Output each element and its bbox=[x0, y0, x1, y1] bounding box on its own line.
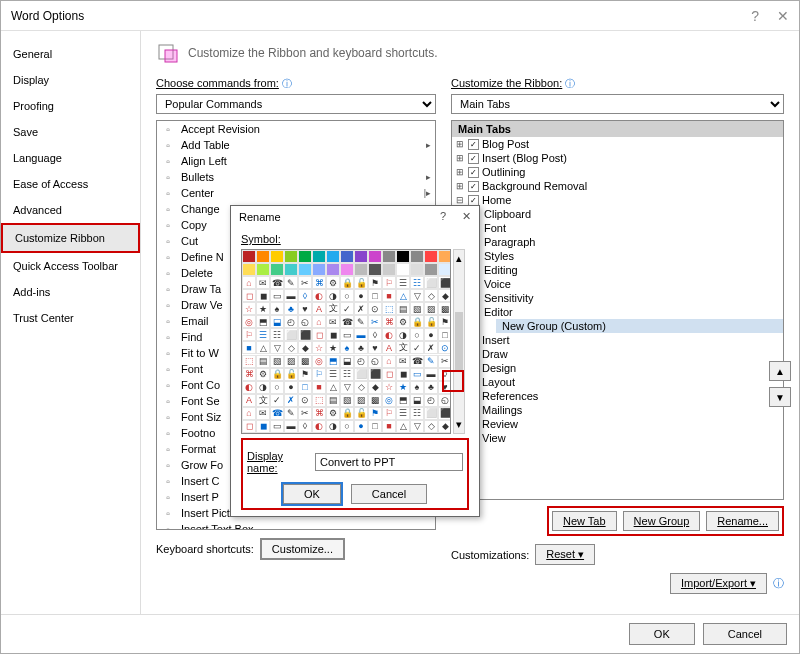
command-item[interactable]: ▫Bullets▸ bbox=[157, 169, 435, 185]
tab-layout[interactable]: ⊞Layout bbox=[452, 375, 783, 389]
symbol-cell[interactable]: ▨ bbox=[354, 394, 368, 407]
symbol-cell[interactable]: ◆ bbox=[438, 420, 451, 433]
display-name-input[interactable] bbox=[315, 453, 463, 471]
symbol-cell[interactable]: ● bbox=[354, 289, 368, 302]
tab-references[interactable]: ⊞References bbox=[452, 389, 783, 403]
symbol-cell[interactable]: ○ bbox=[340, 420, 354, 433]
symbol-cell[interactable]: ⌘ bbox=[242, 368, 256, 381]
symbol-cell[interactable]: ♣ bbox=[424, 381, 438, 394]
symbol-cell[interactable]: ☰ bbox=[396, 276, 410, 289]
symbol-cell[interactable]: 🔒 bbox=[270, 368, 284, 381]
symbol-cell[interactable]: ☷ bbox=[410, 276, 424, 289]
help-icon[interactable]: ? bbox=[751, 8, 759, 24]
symbol-cell[interactable]: ▧ bbox=[410, 302, 424, 315]
symbol-cell[interactable]: ◊ bbox=[438, 368, 451, 381]
symbol-cell[interactable]: ■ bbox=[382, 289, 396, 302]
symbol-cell[interactable] bbox=[368, 263, 382, 276]
symbol-cell[interactable]: ✓ bbox=[340, 302, 354, 315]
checkbox[interactable] bbox=[468, 167, 479, 178]
symbol-cell[interactable] bbox=[340, 250, 354, 263]
symbol-cell[interactable]: ◻ bbox=[242, 289, 256, 302]
checkbox[interactable] bbox=[468, 195, 479, 206]
symbol-cell[interactable] bbox=[312, 263, 326, 276]
customize-button[interactable]: Customize... bbox=[260, 538, 345, 560]
symbol-cell[interactable]: □ bbox=[368, 289, 382, 302]
symbol-cell[interactable]: ⌂ bbox=[242, 407, 256, 420]
cancel-button[interactable]: Cancel bbox=[703, 623, 787, 645]
symbol-cell[interactable]: ▬ bbox=[284, 289, 298, 302]
symbol-cell[interactable]: ○ bbox=[270, 381, 284, 394]
symbol-cell[interactable]: ⬚ bbox=[312, 394, 326, 407]
symbol-cell[interactable]: ✂ bbox=[298, 276, 312, 289]
symbol-cell[interactable]: △ bbox=[396, 420, 410, 433]
symbol-cell[interactable]: ◎ bbox=[312, 355, 326, 368]
symbol-cell[interactable]: ◊ bbox=[368, 328, 382, 341]
checkbox[interactable] bbox=[468, 153, 479, 164]
symbol-cell[interactable]: ⌂ bbox=[242, 276, 256, 289]
command-item[interactable]: ▫Accept Revision bbox=[157, 121, 435, 137]
symbol-cell[interactable]: ♠ bbox=[340, 341, 354, 354]
symbol-cell[interactable]: ⬛ bbox=[438, 276, 451, 289]
symbol-cell[interactable] bbox=[242, 250, 256, 263]
group-clipboard[interactable]: ⊞Clipboard bbox=[452, 207, 783, 221]
symbol-cell[interactable]: ▽ bbox=[410, 289, 424, 302]
symbol-scrollbar[interactable]: ▴ ▾ bbox=[453, 249, 465, 434]
close-icon[interactable]: ✕ bbox=[777, 8, 789, 24]
symbol-cell[interactable]: ◊ bbox=[298, 289, 312, 302]
symbol-cell[interactable] bbox=[438, 263, 451, 276]
symbol-cell[interactable]: ◐ bbox=[382, 328, 396, 341]
symbol-cell[interactable] bbox=[382, 250, 396, 263]
symbol-cell[interactable]: 🔓 bbox=[284, 368, 298, 381]
symbol-cell[interactable]: ⬚ bbox=[242, 355, 256, 368]
symbol-cell[interactable]: ◵ bbox=[438, 394, 451, 407]
symbol-cell[interactable]: ✂ bbox=[298, 407, 312, 420]
symbol-cell[interactable]: ◇ bbox=[354, 381, 368, 394]
symbol-cell[interactable]: A bbox=[312, 302, 326, 315]
symbol-cell[interactable]: A bbox=[242, 394, 256, 407]
symbol-cell[interactable]: ⚑ bbox=[438, 315, 451, 328]
symbol-cell[interactable]: ◑ bbox=[256, 381, 270, 394]
symbol-cell[interactable]: ○ bbox=[340, 289, 354, 302]
symbol-cell[interactable]: ▤ bbox=[256, 355, 270, 368]
tab-blog-post[interactable]: ⊞Blog Post bbox=[452, 137, 783, 151]
sidebar-item-advanced[interactable]: Advanced bbox=[1, 197, 140, 223]
tab-background-removal[interactable]: ⊞Background Removal bbox=[452, 179, 783, 193]
symbol-cell[interactable]: ⊙ bbox=[438, 341, 451, 354]
sidebar-item-customize-ribbon[interactable]: Customize Ribbon bbox=[1, 223, 140, 253]
symbol-cell[interactable] bbox=[354, 250, 368, 263]
symbol-cell[interactable]: ◼ bbox=[256, 289, 270, 302]
symbol-cell[interactable]: ▧ bbox=[340, 394, 354, 407]
tab-mailings[interactable]: ⊞Mailings bbox=[452, 403, 783, 417]
ribbon-tree[interactable]: Main Tabs⊞Blog Post⊞Insert (Blog Post)⊞O… bbox=[451, 120, 784, 500]
symbol-cell[interactable] bbox=[410, 250, 424, 263]
symbol-cell[interactable]: ⚙ bbox=[326, 276, 340, 289]
command-item[interactable]: ▫Add Table▸ bbox=[157, 137, 435, 153]
symbol-cell[interactable]: ✎ bbox=[284, 407, 298, 420]
symbol-cell[interactable] bbox=[256, 263, 270, 276]
symbol-cell[interactable]: ⬒ bbox=[256, 315, 270, 328]
symbol-cell[interactable]: ◑ bbox=[326, 289, 340, 302]
symbol-cell[interactable]: ⚐ bbox=[382, 276, 396, 289]
sidebar-item-quick-access-toolbar[interactable]: Quick Access Toolbar bbox=[1, 253, 140, 279]
symbol-cell[interactable]: △ bbox=[256, 341, 270, 354]
symbol-cell[interactable] bbox=[368, 250, 382, 263]
symbol-cell[interactable]: ♥ bbox=[298, 302, 312, 315]
symbol-cell[interactable]: ◴ bbox=[284, 315, 298, 328]
reset-button[interactable]: Reset ▾ bbox=[535, 544, 595, 565]
symbol-cell[interactable]: ▭ bbox=[410, 368, 424, 381]
symbol-cell[interactable] bbox=[424, 263, 438, 276]
symbol-cell[interactable]: ★ bbox=[396, 381, 410, 394]
symbol-cell[interactable]: ◻ bbox=[382, 368, 396, 381]
symbol-cell[interactable]: ✗ bbox=[354, 302, 368, 315]
rename-button[interactable]: Rename... bbox=[706, 511, 779, 531]
symbol-cell[interactable]: ☷ bbox=[270, 328, 284, 341]
symbol-cell[interactable]: ▩ bbox=[438, 302, 451, 315]
symbol-cell[interactable]: ▽ bbox=[270, 341, 284, 354]
symbol-cell[interactable] bbox=[410, 263, 424, 276]
symbol-cell[interactable]: 🔓 bbox=[354, 407, 368, 420]
symbol-cell[interactable] bbox=[340, 263, 354, 276]
symbol-cell[interactable]: ◑ bbox=[326, 420, 340, 433]
expander-icon[interactable]: ⊞ bbox=[454, 181, 465, 191]
sidebar-item-ease-of-access[interactable]: Ease of Access bbox=[1, 171, 140, 197]
symbol-cell[interactable]: ♠ bbox=[410, 381, 424, 394]
